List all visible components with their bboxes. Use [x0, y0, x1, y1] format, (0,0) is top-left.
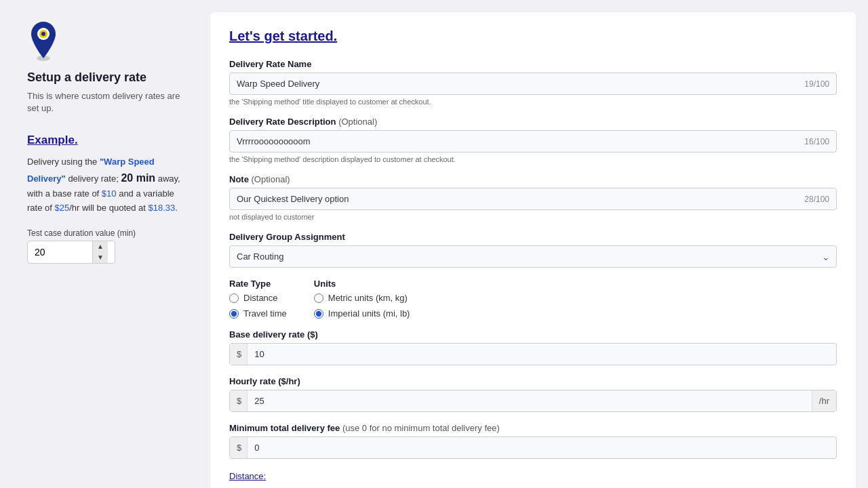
delivery-rate-desc-section: Delivery Rate Description (Optional) Vrr… — [229, 117, 837, 163]
min-total-fee-input[interactable]: 0 — [248, 437, 836, 458]
delivery-rate-name-counter: 19/100 — [797, 79, 836, 89]
units-metric-label: Metric units (km, kg) — [328, 293, 408, 303]
rate-type-options: Distance Travel time — [229, 293, 287, 319]
units-metric-radio[interactable] — [314, 293, 323, 303]
base-delivery-rate-label: Base delivery rate ($) — [229, 329, 837, 340]
test-case-input-wrapper: 20 ▲ ▼ — [27, 241, 115, 264]
min-total-fee-section: Minimum total delivery fee (use 0 for no… — [229, 423, 837, 459]
delivery-rate-name-hint: the 'Shipping method' title displayed to… — [229, 98, 837, 106]
units-imperial-label: Imperial units (mi, lb) — [328, 308, 410, 319]
units-metric[interactable]: Metric units (km, kg) — [314, 293, 410, 303]
rate-type-distance[interactable]: Distance — [229, 293, 287, 303]
setup-subtitle: This is where custom delivery rates are … — [27, 90, 190, 115]
rate-units-row: Rate Type Distance Travel time Units — [229, 279, 837, 319]
test-case-input[interactable]: 20 — [28, 243, 92, 262]
example-heading: Example. — [27, 134, 78, 147]
rate-type-group: Rate Type Distance Travel time — [229, 279, 287, 319]
left-panel: Setup a delivery rate This is where cust… — [0, 0, 210, 488]
units-imperial-radio[interactable] — [314, 309, 323, 319]
delivery-group-select[interactable]: Car Routing Bike Routing Walk Routing — [229, 245, 837, 268]
min-total-fee-hint-inline: (use 0 for no minimum total delivery fee… — [342, 423, 500, 433]
hourly-rate-suffix: /hr — [812, 390, 836, 411]
test-case-label: Test case duration value (min) — [27, 228, 190, 238]
example-text-1: Delivery using the — [27, 157, 100, 167]
rate-type-travel-time[interactable]: Travel time — [229, 308, 287, 319]
example-base: $10 — [102, 188, 117, 199]
distance-link[interactable]: Distance: — [229, 471, 266, 481]
desc-optional: (Optional) — [338, 117, 377, 127]
delivery-rate-desc-hint: the 'Shipping method' description displa… — [229, 155, 837, 163]
delivery-rate-name-input-wrapper: Warp Speed Delivery 19/100 — [229, 73, 837, 95]
delivery-rate-desc-input-wrapper: Vrrrroooooooooom 16/100 — [229, 130, 837, 152]
note-counter: 28/100 — [797, 195, 836, 204]
note-input[interactable]: Our Quickest Delivery option — [230, 188, 797, 209]
rate-type-label: Rate Type — [229, 279, 287, 289]
delivery-rate-name-label: Delivery Rate Name — [229, 59, 837, 69]
units-options: Metric units (km, kg) Imperial units (mi… — [314, 293, 410, 319]
delivery-group-label: Delivery Group Assignment — [229, 232, 837, 242]
setup-title: Setup a delivery rate — [27, 70, 146, 85]
svg-point-3 — [41, 32, 45, 36]
delivery-rate-desc-counter: 16/100 — [797, 137, 836, 146]
spinner-up-button[interactable]: ▲ — [93, 241, 108, 252]
example-text-2: delivery rate; — [66, 174, 121, 184]
units-imperial[interactable]: Imperial units (mi, lb) — [314, 308, 410, 319]
note-input-wrapper: Our Quickest Delivery option 28/100 — [229, 188, 837, 210]
hourly-rate-label: Hourly rate ($/hr) — [229, 376, 837, 386]
base-delivery-rate-section: Base delivery rate ($) $ 10 — [229, 329, 837, 365]
delivery-group-select-wrapper: Car Routing Bike Routing Walk Routing ⌄ — [229, 245, 837, 268]
page-title: Let's get started. — [229, 28, 837, 44]
example-text-5: /hr will be quoted at — [69, 203, 148, 213]
min-total-fee-label: Minimum total delivery fee (use 0 for no… — [229, 423, 837, 433]
hourly-rate-prefix: $ — [230, 390, 248, 411]
note-optional: (Optional) — [252, 174, 290, 184]
hourly-rate-input-wrapper: $ 25 /hr — [229, 390, 837, 412]
base-delivery-rate-prefix: $ — [230, 344, 248, 365]
delivery-group-section: Delivery Group Assignment Car Routing Bi… — [229, 232, 837, 268]
rate-type-travel-time-label: Travel time — [243, 308, 287, 319]
base-delivery-rate-input-wrapper: $ 10 — [229, 343, 837, 365]
hourly-rate-section: Hourly rate ($/hr) $ 25 /hr — [229, 376, 837, 412]
rate-type-travel-time-radio[interactable] — [229, 309, 239, 319]
example-variable: $25 — [54, 203, 69, 213]
spinner-down-button[interactable]: ▼ — [93, 252, 108, 263]
units-group: Units Metric units (km, kg) Imperial uni… — [314, 279, 410, 319]
example-time: 20 min — [121, 172, 155, 184]
rate-type-distance-radio[interactable] — [229, 293, 239, 303]
example-total: $18.33 — [149, 203, 176, 213]
delivery-rate-name-section: Delivery Rate Name Warp Speed Delivery 1… — [229, 59, 837, 106]
delivery-rate-desc-input[interactable]: Vrrrroooooooooom — [230, 131, 797, 152]
note-hint: not displayed to customer — [229, 213, 837, 221]
note-section: Note (Optional) Our Quickest Delivery op… — [229, 174, 837, 221]
note-label: Note (Optional) — [229, 174, 837, 184]
min-total-fee-prefix: $ — [230, 437, 248, 458]
location-pin-icon — [27, 20, 60, 61]
base-delivery-rate-input[interactable]: 10 — [248, 344, 836, 365]
min-total-fee-input-wrapper: $ 0 — [229, 436, 837, 459]
right-panel: Let's get started. Delivery Rate Name Wa… — [210, 12, 856, 488]
test-case-section: Test case duration value (min) 20 ▲ ▼ — [27, 228, 190, 264]
hourly-rate-input[interactable]: 25 — [248, 390, 812, 411]
delivery-rate-desc-label: Delivery Rate Description (Optional) — [229, 117, 837, 127]
spinner-buttons: ▲ ▼ — [92, 241, 108, 263]
delivery-rate-name-input[interactable]: Warp Speed Delivery — [230, 73, 797, 94]
example-text-6: . — [175, 203, 178, 213]
example-description: Delivery using the "Warp Speed Delivery"… — [27, 155, 190, 215]
rate-type-distance-label: Distance — [243, 293, 278, 303]
units-label: Units — [314, 279, 410, 289]
